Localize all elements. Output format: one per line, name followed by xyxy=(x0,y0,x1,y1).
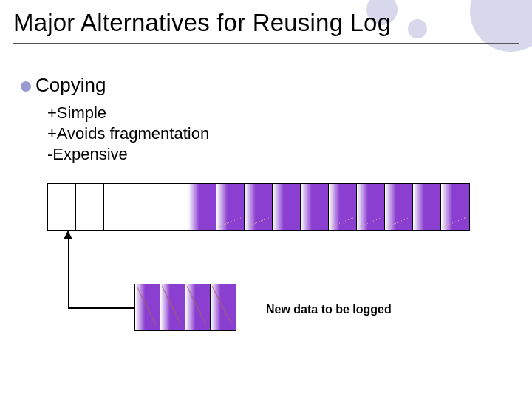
section-heading: Copying xyxy=(35,74,106,97)
new-data-cell xyxy=(160,284,185,330)
log-strip xyxy=(47,183,470,231)
log-cell-used xyxy=(357,184,385,230)
point-line: +Avoids fragmentation xyxy=(47,124,209,143)
log-cell-used xyxy=(385,184,413,230)
log-cell-used xyxy=(441,184,469,230)
new-data-cell xyxy=(211,284,236,330)
new-data-cell xyxy=(135,284,160,330)
arrow-segment xyxy=(68,307,134,309)
diagram-caption: New data to be logged xyxy=(266,303,392,316)
log-cell-full xyxy=(273,184,301,230)
log-cell-empty xyxy=(160,184,188,230)
point-line: +Simple xyxy=(47,103,106,123)
bullet-icon xyxy=(21,81,31,92)
decor-circle xyxy=(408,19,427,38)
point-line: -Expensive xyxy=(47,145,128,164)
log-cell-empty xyxy=(104,184,132,230)
decor-circle xyxy=(470,0,532,52)
log-cell-used xyxy=(329,184,357,230)
log-cell-full xyxy=(413,184,441,230)
new-data-blocks xyxy=(134,284,236,331)
slide-title: Major Alternatives for Reusing Log xyxy=(13,9,391,37)
log-cell-used xyxy=(216,184,245,230)
new-data-cell xyxy=(185,284,211,330)
log-cell-used xyxy=(245,184,273,230)
arrow-head-icon xyxy=(64,231,72,239)
log-cell-empty xyxy=(132,184,160,230)
log-cell-empty xyxy=(48,184,76,230)
title-divider xyxy=(13,43,519,44)
log-cell-full xyxy=(188,184,216,230)
arrow-segment xyxy=(68,231,69,307)
log-cell-empty xyxy=(76,184,104,230)
log-cell-full xyxy=(301,184,329,230)
